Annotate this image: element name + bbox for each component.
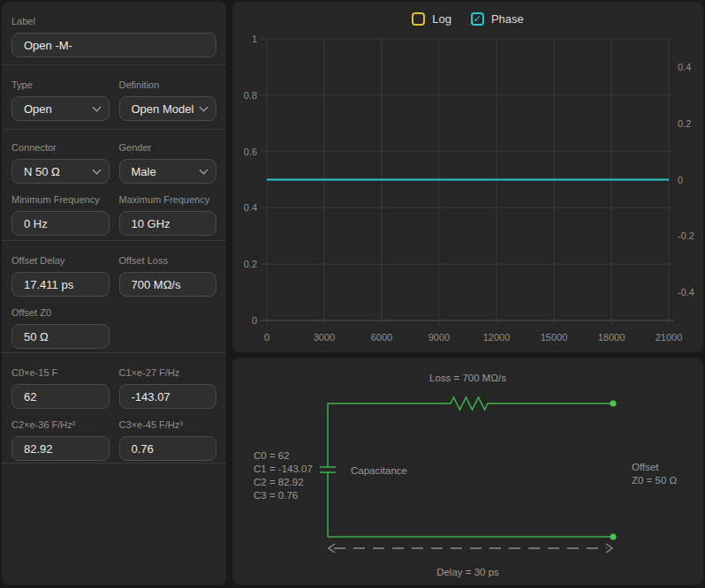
c2-input[interactable] — [11, 436, 110, 461]
label-input[interactable] — [11, 33, 216, 57]
right-y-tick-label: -0.4 — [678, 287, 694, 298]
offset-z0-input[interactable] — [11, 324, 110, 349]
phase-checkbox[interactable]: ✓ Phase — [471, 12, 524, 26]
log-checkbox-label: Log — [432, 12, 451, 26]
left-y-tick-label: 0 — [252, 315, 257, 326]
left-y-tick-label: 0.2 — [244, 259, 257, 269]
x-tick-label: 18000 — [598, 332, 625, 343]
right-y-tick-label: -0.2 — [678, 230, 694, 241]
capacitance-annotation: Capacitance — [351, 464, 407, 478]
top-wire-with-resistor — [328, 397, 613, 410]
x-tick-label: 12000 — [483, 332, 511, 343]
right-y-tick-label: 0.2 — [678, 118, 691, 129]
offset-delay-field-label: Offset Delay — [11, 255, 110, 267]
left-y-tick-label: 0.4 — [244, 202, 257, 213]
section-c-coefficients: C0×e-15 F C1×e-27 F/Hz C2×e-36 F/Hz² C3×… — [2, 353, 226, 464]
section-label: Label — [2, 2, 226, 65]
type-select[interactable]: Open — [11, 96, 110, 121]
definition-field-label: Definition — [119, 79, 217, 91]
c1-input[interactable] — [119, 384, 217, 409]
left-y-tick-label: 1 — [252, 34, 257, 44]
port-terminal-bottom — [610, 534, 617, 540]
phase-checkbox-label: Phase — [491, 12, 524, 26]
port-terminal-top — [610, 401, 617, 407]
c2-field-label: C2×e-36 F/Hz² — [11, 419, 110, 431]
response-chart-panel: ✓ Log ✓ Phase 00.20.40.60.81030006000900… — [232, 2, 703, 352]
max-frequency-field-label: Maximum Frequency — [119, 194, 217, 206]
checkbox-box-icon: ✓ — [471, 12, 484, 26]
connector-select[interactable]: N 50 Ω — [11, 159, 110, 184]
offset-loss-field-label: Offset Loss — [119, 255, 217, 267]
section-type: Type Open Definition Open Model — [2, 65, 226, 130]
gender-field-label: Gender — [119, 142, 217, 154]
x-tick-label: 15000 — [541, 332, 568, 343]
definition-select[interactable]: Open Model — [119, 96, 217, 121]
chevron-down-icon — [92, 165, 101, 174]
right-y-tick-label: 0 — [678, 175, 683, 185]
c2-annotation: C2 = 82.92 — [254, 476, 313, 489]
c0-annotation: C0 = 62 — [254, 449, 313, 463]
c3-input[interactable] — [119, 436, 217, 461]
type-select-value: Open — [24, 102, 52, 116]
definition-select-value: Open Model — [132, 102, 194, 116]
phase-plot: 00.20.40.60.8103000600090001200015000180… — [232, 2, 703, 352]
c1-annotation: C1 = -143.07 — [254, 463, 313, 476]
gender-select-value: Male — [132, 165, 156, 178]
x-tick-label: 21000 — [656, 332, 683, 343]
chevron-down-icon — [92, 102, 101, 111]
label-field-label: Label — [11, 16, 216, 27]
offset-z0-field-label: Offset Z0 — [11, 307, 110, 319]
c0-field-label: C0×e-15 F — [11, 367, 110, 379]
check-icon: ✓ — [474, 14, 481, 24]
offset-annotation-line1: Offset — [632, 461, 677, 474]
offset-delay-input[interactable] — [11, 272, 110, 297]
left-y-tick-label: 0.6 — [244, 147, 257, 157]
chevron-down-icon — [200, 102, 208, 111]
c3-annotation: C3 = 0.76 — [254, 489, 313, 502]
chevron-down-icon — [200, 165, 208, 174]
c3-field-label: C3×e-45 F/Hz³ — [119, 419, 217, 431]
checkbox-box-icon: ✓ — [412, 12, 425, 26]
offset-annotation-line2: Z0 = 50 Ω — [632, 474, 677, 487]
section-offset: Offset Delay Offset Loss Offset Z0 — [2, 241, 226, 353]
x-tick-label: 3000 — [314, 332, 335, 343]
x-tick-label: 9000 — [428, 332, 450, 343]
offset-z0-annotation: Offset Z0 = 50 Ω — [632, 461, 677, 487]
type-field-label: Type — [11, 79, 110, 91]
left-y-tick-label: 0.8 — [244, 90, 257, 101]
c0-input[interactable] — [11, 384, 110, 409]
delay-arrow-left-icon — [329, 544, 335, 553]
min-frequency-input[interactable] — [11, 211, 110, 236]
x-tick-label: 0 — [264, 332, 269, 343]
chart-controls: ✓ Log ✓ Phase — [232, 12, 703, 26]
loss-annotation: Loss = 700 MΩ/s — [232, 372, 703, 385]
section-connector: Connector N 50 Ω Gender Male Minimum — [2, 130, 226, 241]
connector-field-label: Connector — [11, 142, 110, 154]
max-frequency-input[interactable] — [119, 211, 217, 236]
log-checkbox[interactable]: ✓ Log — [412, 12, 451, 26]
gender-select[interactable]: Male — [119, 159, 217, 184]
min-frequency-field-label: Minimum Frequency — [11, 194, 110, 206]
standard-form-panel: Label Type Open Definition Open Model — [2, 2, 226, 585]
connector-select-value: N 50 Ω — [24, 165, 60, 178]
x-tick-label: 6000 — [371, 332, 392, 343]
model-diagram-panel: Loss = 700 MΩ/s C0 = 62 C1 = -143.07 C2 … — [232, 358, 703, 585]
delay-arrow-right-icon — [606, 544, 612, 553]
c1-field-label: C1×e-27 F/Hz — [119, 367, 217, 379]
delay-annotation: Delay = 30 ps — [232, 566, 703, 579]
right-y-tick-label: 0.4 — [678, 62, 691, 72]
offset-loss-input[interactable] — [119, 272, 217, 297]
capacitance-coefficients-annotation: C0 = 62 C1 = -143.07 C2 = 82.92 C3 = 0.7… — [254, 449, 313, 502]
